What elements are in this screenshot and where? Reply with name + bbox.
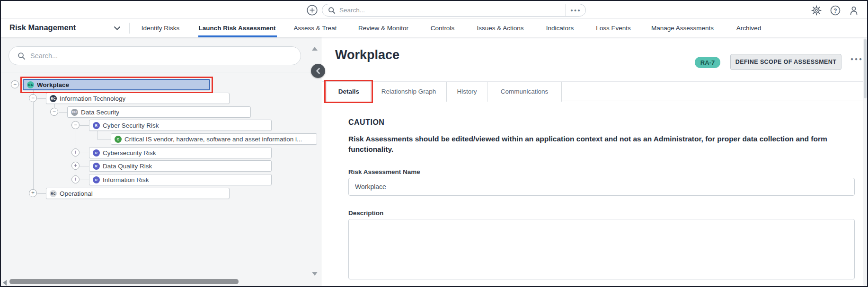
tree-connector-line xyxy=(97,131,97,139)
type-badge-rsc: RSC xyxy=(71,109,78,116)
tree-node-workplace[interactable]: RA Workplace xyxy=(23,79,210,90)
chevron-left-icon xyxy=(315,68,321,74)
type-badge-r: R xyxy=(93,176,100,183)
tree-node-label: Information Technology xyxy=(60,95,125,102)
tree-node-label: Cyber Security Risk xyxy=(103,122,159,129)
type-badge-r: R xyxy=(93,163,100,170)
panel-divider xyxy=(1,72,321,72)
collapse-toggle-icon[interactable]: − xyxy=(50,108,58,116)
type-badge-c: C xyxy=(115,136,122,143)
main-scrollbar xyxy=(863,38,867,286)
search-icon xyxy=(328,7,336,14)
scroll-down-arrow[interactable] xyxy=(312,272,318,276)
tree-node-information-technology[interactable]: RC Information Technology xyxy=(46,93,230,104)
gear-icon xyxy=(811,5,822,16)
tree-connector-line xyxy=(97,139,111,139)
tree-connector-line xyxy=(80,153,89,153)
expand-toggle-icon[interactable]: + xyxy=(71,148,80,157)
caution-heading: CAUTION xyxy=(348,118,384,127)
horizontal-scrollbar-thumb[interactable] xyxy=(9,279,239,284)
global-search: ●●● xyxy=(322,4,586,17)
user-account-button[interactable] xyxy=(849,5,859,16)
app-window: ●●● ? xyxy=(0,0,868,287)
type-badge-ra: RA xyxy=(27,81,34,88)
tree-node-cyber-security-risk[interactable]: R Cyber Security Risk xyxy=(89,120,272,131)
nav-tab-launch-risk-assessment[interactable]: Launch Risk Assessment xyxy=(198,25,275,32)
type-badge-r: R xyxy=(93,149,100,157)
risk-assessment-name-label: Risk Assessment Name xyxy=(348,168,420,175)
tab-details[interactable]: Details xyxy=(327,82,371,102)
collapse-panel-button[interactable] xyxy=(311,64,325,78)
page-title: Workplace xyxy=(335,48,399,62)
nav-tab-archived[interactable]: Archived xyxy=(736,25,762,32)
define-scope-button[interactable]: DEFINE SCOPE OF ASSESSMENT xyxy=(730,54,841,70)
collapse-toggle-icon[interactable]: − xyxy=(71,121,80,129)
detail-tabstrip: Details Relationship Graph History Commu… xyxy=(322,81,868,101)
tree-node-cybersecurity-risk[interactable]: R Cybersecurity Risk xyxy=(89,147,272,158)
global-add-button[interactable] xyxy=(307,5,318,16)
help-button[interactable]: ? xyxy=(830,5,841,16)
tree-connector-line xyxy=(37,193,46,194)
type-badge-rc: RC xyxy=(50,95,57,102)
tree-node-information-risk[interactable]: R Information Risk xyxy=(89,174,272,185)
settings-button[interactable] xyxy=(811,5,822,16)
tree-connector-line xyxy=(33,90,34,193)
tree-node-data-security[interactable]: RSC Data Security xyxy=(67,106,251,118)
expand-toggle-icon[interactable]: + xyxy=(71,162,80,170)
nav-tab-issues-actions[interactable]: Issues & Actions xyxy=(477,25,523,32)
tree-connector-line xyxy=(80,166,89,166)
nav-divider xyxy=(129,23,130,34)
tree-node-operational[interactable]: RC Operational xyxy=(46,188,230,199)
nav-bar: Risk Management Identify Risks Launch Ri… xyxy=(1,19,867,37)
expand-toggle-icon[interactable]: + xyxy=(71,175,80,183)
nav-tab-loss-events[interactable]: Loss Events xyxy=(596,25,631,32)
caution-text: Risk Assessments should be edited/viewed… xyxy=(348,134,856,155)
scroll-up-arrow[interactable] xyxy=(312,47,318,51)
nav-tab-manage-assessments[interactable]: Manage Assessments xyxy=(651,25,714,32)
tree-connector-line xyxy=(19,85,23,85)
type-badge-rc: RC xyxy=(50,190,57,197)
expand-toggle-icon[interactable]: + xyxy=(29,189,37,197)
assessment-tree-panel: − − − − + + + + RA Workplace RC Informat… xyxy=(1,37,321,287)
tree-search-input[interactable] xyxy=(26,52,301,60)
plus-circle-icon xyxy=(307,5,318,16)
nav-tab-controls[interactable]: Controls xyxy=(431,25,454,32)
question-circle-icon: ? xyxy=(830,5,841,16)
tree-node-label: Data Quality Risk xyxy=(103,163,152,170)
tree-connector-line xyxy=(59,112,67,113)
top-bar: ●●● ? xyxy=(1,1,867,19)
collapse-toggle-icon[interactable]: − xyxy=(11,80,19,88)
tree-node-label: Cybersecurity Risk xyxy=(103,149,156,157)
global-search-input[interactable] xyxy=(336,7,566,14)
tree-node-critical-is-vendor[interactable]: C Critical IS vendor, hardware, software… xyxy=(111,133,317,145)
nav-tab-indicators[interactable]: Indicators xyxy=(546,25,574,32)
tab-history[interactable]: History xyxy=(447,82,487,102)
tree-node-label: Critical IS vendor, hardware, software a… xyxy=(124,136,302,143)
tree-node-data-quality-risk[interactable]: R Data Quality Risk xyxy=(89,160,272,172)
tree-search xyxy=(9,46,301,65)
tree-connector-line xyxy=(37,98,46,99)
tab-relationship-graph[interactable]: Relationship Graph xyxy=(371,82,447,102)
nav-tab-assess-treat[interactable]: Assess & Treat xyxy=(294,25,337,32)
type-badge-r: R xyxy=(93,122,100,129)
tree-node-label: Workplace xyxy=(37,81,69,88)
tree-node-label: Operational xyxy=(60,190,93,197)
tree-node-label: Data Security xyxy=(81,109,119,116)
app-switcher-menu[interactable]: Risk Management xyxy=(9,23,76,32)
chevron-down-icon[interactable] xyxy=(114,26,120,30)
scroll-left-arrow[interactable] xyxy=(3,280,7,286)
description-label: Description xyxy=(348,209,383,217)
nav-tab-identify-risks[interactable]: Identify Risks xyxy=(142,25,179,32)
tree-connector-line xyxy=(80,125,89,126)
description-textarea[interactable] xyxy=(348,219,855,279)
collapse-toggle-icon[interactable]: − xyxy=(29,94,37,102)
nav-tab-review-monitor[interactable]: Review & Monitor xyxy=(358,25,408,32)
overflow-menu-icon[interactable]: ●●● xyxy=(850,56,863,61)
tab-communications[interactable]: Communications xyxy=(487,82,562,102)
main-scrollbar-thumb[interactable] xyxy=(864,39,867,98)
search-options-button[interactable]: ●●● xyxy=(566,4,585,16)
svg-text:?: ? xyxy=(833,8,837,14)
tree-connector-line xyxy=(80,180,89,180)
risk-assessment-name-input[interactable] xyxy=(348,178,855,196)
active-tab-underline xyxy=(198,35,277,37)
